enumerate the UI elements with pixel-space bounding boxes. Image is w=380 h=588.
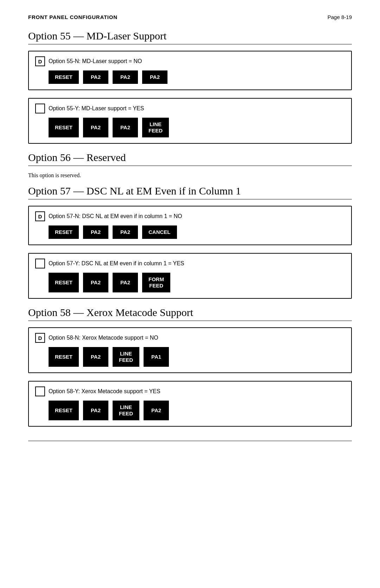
- page-header: FRONT PANEL CONFIGURATION Page 8-19: [28, 14, 352, 20]
- section-title-option58: Option 58 — Xerox Metacode Support: [28, 307, 352, 318]
- option-label-option57-0: Option 57-N: DSC NL at EM even if in col…: [49, 213, 182, 219]
- key-button-option55-1-2[interactable]: PA2: [113, 118, 138, 137]
- option-header-option55-1: Option 55-Y: MD-Laser support = YES: [35, 104, 345, 113]
- d-indicator-option57-0: D: [35, 211, 45, 221]
- option-box-option58-0: DOption 58-N: Xerox Metacode support = N…: [28, 327, 352, 373]
- section-title-option55: Option 55 — MD-Laser Support: [28, 30, 352, 42]
- option-header-option58-0: DOption 58-N: Xerox Metacode support = N…: [35, 333, 345, 343]
- button-row-option57-1: RESETPA2PA2FORMFEED: [49, 273, 345, 292]
- key-button-option55-0-2[interactable]: PA2: [113, 70, 138, 84]
- d-indicator-option58-0: D: [35, 333, 45, 343]
- key-button-option57-0-2[interactable]: PA2: [113, 225, 138, 239]
- section-divider-option55: [28, 44, 352, 44]
- option-box-option55-0: DOption 55-N: MD-Laser support = NORESET…: [28, 51, 352, 90]
- section-divider-option56: [28, 166, 352, 166]
- button-row-option58-1: RESETPA2LINEFEEDPA2: [49, 401, 345, 420]
- key-button-option58-0-3[interactable]: PA1: [144, 347, 169, 367]
- empty-indicator-option55-1: [35, 104, 45, 113]
- key-button-option57-1-1[interactable]: PA2: [83, 273, 108, 292]
- section-divider-option57: [28, 199, 352, 199]
- section-divider-option58: [28, 321, 352, 321]
- key-button-option57-0-3[interactable]: CANCEL: [142, 225, 177, 239]
- key-button-option58-1-2[interactable]: LINEFEED: [113, 401, 139, 420]
- option-label-option57-1: Option 57-Y: DSC NL at EM even if in col…: [49, 260, 184, 267]
- header-left: FRONT PANEL CONFIGURATION: [28, 14, 118, 20]
- option-label-option58-1: Option 58-Y: Xerox Metacode support = YE…: [49, 388, 160, 395]
- key-button-option58-0-0[interactable]: RESET: [49, 347, 79, 367]
- key-button-option55-0-3[interactable]: PA2: [142, 70, 167, 84]
- button-row-option55-1: RESETPA2PA2LINEFEED: [49, 118, 345, 137]
- option-header-option57-0: DOption 57-N: DSC NL at EM even if in co…: [35, 211, 345, 221]
- option-label-option55-0: Option 55-N: MD-Laser support = NO: [49, 58, 142, 64]
- d-indicator-option55-0: D: [35, 56, 45, 66]
- option-header-option57-1: Option 57-Y: DSC NL at EM even if in col…: [35, 259, 345, 268]
- section-text-option56: This option is reserved.: [28, 172, 352, 179]
- button-row-option55-0: RESETPA2PA2PA2: [49, 70, 345, 84]
- option-box-option58-1: Option 58-Y: Xerox Metacode support = YE…: [28, 381, 352, 427]
- empty-indicator-option57-1: [35, 259, 45, 268]
- key-button-option55-0-0[interactable]: RESET: [49, 70, 79, 84]
- key-button-option57-1-3[interactable]: FORMFEED: [142, 273, 170, 292]
- key-button-option58-0-2[interactable]: LINEFEED: [113, 347, 139, 367]
- option-box-option57-0: DOption 57-N: DSC NL at EM even if in co…: [28, 206, 352, 245]
- key-button-option55-1-3[interactable]: LINEFEED: [142, 118, 169, 137]
- empty-indicator-option58-1: [35, 386, 45, 396]
- section-title-option56: Option 56 — Reserved: [28, 151, 352, 163]
- key-button-option57-1-2[interactable]: PA2: [113, 273, 138, 292]
- key-button-option58-1-1[interactable]: PA2: [83, 401, 108, 420]
- key-button-option57-0-1[interactable]: PA2: [83, 225, 108, 239]
- key-button-option57-1-0[interactable]: RESET: [49, 273, 79, 292]
- button-row-option57-0: RESETPA2PA2CANCEL: [49, 225, 345, 239]
- option-box-option55-1: Option 55-Y: MD-Laser support = YESRESET…: [28, 98, 352, 144]
- key-button-option55-1-0[interactable]: RESET: [49, 118, 79, 137]
- key-button-option58-0-1[interactable]: PA2: [83, 347, 108, 367]
- option-header-option58-1: Option 58-Y: Xerox Metacode support = YE…: [35, 386, 345, 396]
- header-right: Page 8-19: [328, 14, 352, 20]
- section-title-option57: Option 57 — DSC NL at EM Even if in Colu…: [28, 185, 352, 197]
- button-row-option58-0: RESETPA2LINEFEEDPA1: [49, 347, 345, 367]
- option-label-option55-1: Option 55-Y: MD-Laser support = YES: [49, 105, 144, 112]
- option-box-option57-1: Option 57-Y: DSC NL at EM even if in col…: [28, 253, 352, 299]
- option-header-option55-0: DOption 55-N: MD-Laser support = NO: [35, 56, 345, 66]
- key-button-option55-0-1[interactable]: PA2: [83, 70, 108, 84]
- key-button-option58-1-3[interactable]: PA2: [144, 401, 169, 420]
- key-button-option58-1-0[interactable]: RESET: [49, 401, 79, 420]
- option-label-option58-0: Option 58-N: Xerox Metacode support = NO: [49, 335, 158, 341]
- key-button-option55-1-1[interactable]: PA2: [83, 118, 108, 137]
- key-button-option57-0-0[interactable]: RESET: [49, 225, 79, 239]
